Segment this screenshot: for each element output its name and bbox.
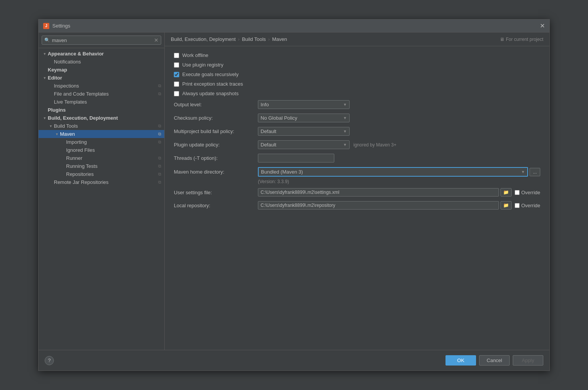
close-button[interactable]: ✕ [540, 22, 545, 29]
output-level-select[interactable]: Info ▼ [258, 100, 350, 109]
sidebar-item-notifications[interactable]: Notifications [39, 58, 164, 66]
user-settings-input-group: 📁 [258, 188, 512, 197]
sidebar-label-file-code-templates: File and Code Templates [54, 91, 157, 97]
sidebar-label-build-exec-deploy: Build, Execution, Deployment [48, 115, 161, 121]
checksum-policy-control: No Global Policy ▼ [258, 114, 350, 122]
maven-version: (Version: 3.3.9) [258, 179, 540, 184]
copy-icon-runner: ⧉ [158, 156, 161, 161]
sidebar-item-remote-jar-repos[interactable]: Remote Jar Repositories ⧉ [39, 178, 164, 186]
local-repository-browse-button[interactable]: 📁 [501, 201, 512, 210]
search-input[interactable] [52, 37, 154, 43]
sidebar-item-plugins[interactable]: Plugins [39, 106, 164, 114]
checksum-policy-arrow: ▼ [343, 116, 347, 120]
maven-home-row: Maven home directory: Bundled (Maven 3) … [174, 167, 540, 177]
copy-icon-build-tools: ⧉ [158, 123, 161, 128]
help-button[interactable]: ? [45, 356, 54, 365]
multiproject-build-fail-policy-control: Default ▼ [258, 127, 350, 136]
sidebar-item-editor[interactable]: ▼ Editor [39, 74, 164, 82]
sidebar-item-live-templates[interactable]: Live Templates [39, 98, 164, 106]
print-exception-stack-traces-checkbox[interactable] [174, 81, 179, 87]
user-settings-override-checkbox[interactable] [515, 190, 520, 195]
sidebar-item-repositories[interactable]: Repositories ⧉ [39, 170, 164, 178]
sidebar-label-remote-jar-repos: Remote Jar Repositories [54, 179, 157, 185]
sidebar-label-runner: Runner [66, 155, 157, 161]
user-settings-override-label: Override [521, 190, 540, 195]
checksum-policy-select[interactable]: No Global Policy ▼ [258, 114, 350, 122]
user-settings-override: Override [515, 190, 540, 195]
cancel-button[interactable]: Cancel [479, 355, 510, 366]
sidebar-label-inspections: Inspections [54, 83, 157, 89]
ok-button[interactable]: OK [445, 355, 476, 366]
multiproject-build-fail-policy-row: Multiproject build fail policy: Default … [174, 127, 540, 136]
sidebar-item-build-exec-deploy[interactable]: ▼ Build, Execution, Deployment [39, 114, 164, 122]
sidebar-item-maven[interactable]: ▼ Maven ⧉ [39, 130, 164, 138]
multiproject-build-fail-policy-select[interactable]: Default ▼ [258, 127, 350, 136]
checkbox-use-plugin-registry: Use plugin registry [174, 62, 540, 68]
output-level-value: Info [261, 102, 269, 107]
plugin-update-policy-select[interactable]: Default ▼ [258, 140, 350, 149]
always-update-snapshots-label: Always update snapshots [182, 91, 238, 96]
maven-home-select[interactable]: Bundled (Maven 3) ▼ [258, 167, 528, 177]
sidebar-item-build-tools[interactable]: ▼ Build Tools ⧉ [39, 122, 164, 130]
sidebar-item-runner[interactable]: Runner ⧉ [39, 154, 164, 162]
output-level-control: Info ▼ [258, 100, 350, 109]
local-repository-label: Local repository: [174, 203, 258, 208]
breadcrumb: Build, Execution, Deployment › Build Too… [165, 32, 549, 46]
sidebar-label-editor: Editor [48, 75, 161, 81]
sidebar-label-importing: Importing [66, 139, 157, 145]
main-content: Build, Execution, Deployment › Build Too… [165, 32, 549, 350]
work-offline-checkbox[interactable] [174, 53, 179, 58]
plugin-update-policy-arrow: ▼ [343, 143, 347, 147]
settings-tree: ▼ Appearance & Behavior Notifications Ke… [39, 48, 164, 350]
settings-panel: Work offline Use plugin registry Execute… [165, 46, 549, 350]
sidebar-item-running-tests[interactable]: Running Tests ⧉ [39, 162, 164, 170]
local-repository-override-checkbox[interactable] [515, 203, 520, 208]
toggle-icon-appearance: ▼ [42, 52, 48, 56]
toggle-icon-build-exec-deploy: ▼ [42, 116, 48, 120]
plugin-update-policy-row: Plugin update policy: Default ▼ ignored … [174, 140, 540, 149]
apply-button[interactable]: Apply [513, 355, 543, 366]
sidebar-item-appearance[interactable]: ▼ Appearance & Behavior [39, 50, 164, 58]
search-clear-icon[interactable]: ✕ [154, 37, 159, 43]
local-repository-path-input[interactable] [258, 201, 499, 210]
sidebar-label-maven: Maven [60, 131, 157, 137]
user-settings-row: User settings file: 📁 Override [174, 188, 540, 197]
toggle-icon-build-tools: ▼ [48, 124, 54, 128]
use-plugin-registry-checkbox[interactable] [174, 62, 179, 68]
sidebar-item-inspections[interactable]: Inspections ⧉ [39, 82, 164, 90]
breadcrumb-sep-1: › [238, 36, 240, 42]
local-repository-row: Local repository: 📁 Override [174, 201, 540, 210]
search-box: 🔍 ✕ [39, 32, 164, 48]
sidebar-item-ignored-files[interactable]: Ignored Files [39, 146, 164, 154]
user-settings-label: User settings file: [174, 190, 258, 195]
settings-dialog: J Settings ✕ 🔍 ✕ ▼ Appearance & Behavior [38, 19, 550, 371]
sidebar-item-importing[interactable]: Importing ⧉ [39, 138, 164, 146]
checksum-policy-label: Checksum policy: [174, 115, 258, 121]
maven-home-browse-button[interactable]: ... [530, 168, 540, 176]
plugin-update-policy-hint: ignored by Maven 3+ [353, 142, 396, 148]
local-repository-override-label: Override [521, 203, 540, 208]
execute-goals-recursively-checkbox[interactable] [174, 72, 179, 77]
threads-row: Threads (-T option): [174, 154, 540, 162]
local-repository-override: Override [515, 203, 540, 208]
dialog-body: 🔍 ✕ ▼ Appearance & Behavior Notification… [39, 32, 549, 350]
output-level-arrow: ▼ [343, 102, 347, 107]
user-settings-browse-button[interactable]: 📁 [501, 188, 512, 197]
sidebar-label-build-tools: Build Tools [54, 123, 157, 129]
toggle-icon-editor: ▼ [42, 76, 48, 80]
plugin-update-policy-label: Plugin update policy: [174, 142, 258, 148]
copy-icon-file-code-templates: ⧉ [158, 91, 161, 96]
sidebar-item-file-code-templates[interactable]: File and Code Templates ⧉ [39, 90, 164, 98]
breadcrumb-build-exec-deploy: Build, Execution, Deployment [171, 36, 236, 42]
sidebar-label-repositories: Repositories [66, 171, 157, 177]
sidebar-label-live-templates: Live Templates [54, 99, 161, 105]
output-level-label: Output level: [174, 102, 258, 107]
output-level-row: Output level: Info ▼ [174, 100, 540, 109]
always-update-snapshots-checkbox[interactable] [174, 91, 179, 96]
checkbox-always-update-snapshots: Always update snapshots [174, 91, 540, 96]
sidebar-item-keymap[interactable]: Keymap [39, 66, 164, 74]
copy-icon-remote-jar-repos: ⧉ [158, 180, 161, 185]
user-settings-path-input[interactable] [258, 188, 499, 197]
threads-input[interactable] [258, 154, 334, 162]
toggle-icon-maven: ▼ [54, 132, 60, 136]
